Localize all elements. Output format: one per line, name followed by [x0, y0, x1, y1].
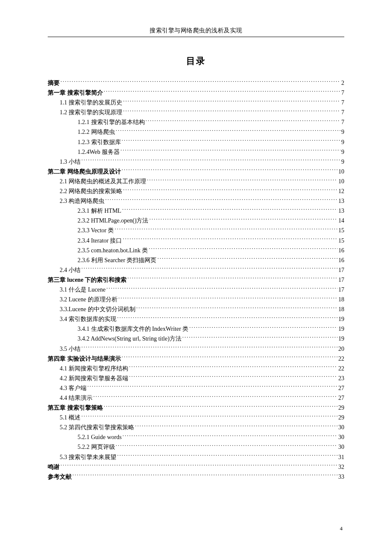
- toc-leader-dots: [127, 276, 337, 282]
- toc-entry-page: 17: [338, 275, 344, 285]
- toc-leader-dots: [105, 197, 337, 203]
- toc-leader-dots: [87, 384, 337, 390]
- toc-heading: 目录: [48, 55, 344, 67]
- toc-leader-dots: [81, 266, 337, 272]
- toc-entry: 5.2 第四代搜索引擎搜索策略30: [48, 422, 344, 432]
- toc-entry: 5.3 搜索引擎未来展望31: [48, 452, 344, 462]
- toc-entry-page: 17: [338, 265, 344, 275]
- toc-entry: 第四章 实验设计与结果演示22: [48, 354, 344, 364]
- toc-leader-dots: [93, 394, 337, 400]
- toc-leader-dots: [189, 325, 337, 331]
- toc-entry-label: 3.4 索引数据库的实现: [60, 314, 116, 324]
- page-number: 4: [340, 525, 343, 532]
- toc-entry: 参考文献33: [48, 472, 344, 482]
- toc-entry: 2.3.6 利用 Searcher 类扫描网页16: [48, 255, 344, 265]
- toc-leader-dots: [136, 305, 337, 311]
- toc-entry-label: 2.3.1 解析 HTML: [78, 206, 121, 216]
- toc-entry-label: 5.2.1 Guide words: [78, 432, 121, 442]
- toc-entry-label: 2.3.4 Iterator 接口: [78, 236, 122, 246]
- toc-entry-page: 7: [341, 98, 344, 107]
- toc-entry-label: 第二章 网络爬虫原理及设计: [48, 167, 121, 176]
- toc-entry-page: 16: [338, 255, 344, 265]
- toc-leader-dots: [115, 226, 337, 232]
- toc-leader-dots: [147, 177, 337, 183]
- toc-entry-label: 3.1 什么是 Lucene: [60, 285, 106, 295]
- toc-entry-page: 19: [338, 314, 344, 324]
- toc-entry-label: 3.2 Lucene 的原理分析: [60, 295, 118, 304]
- toc-entry-label: 1.2.2 网络爬虫: [78, 127, 115, 137]
- toc-leader-dots: [117, 315, 337, 321]
- toc-leader-dots: [107, 286, 337, 292]
- toc-entry-page: 7: [341, 88, 344, 98]
- toc-entry-label: 2.3.3 Vector 类: [78, 225, 114, 235]
- toc-entry-label: 2.4 小结: [60, 265, 81, 275]
- toc-entry-label: 3.3.Lucene 的中文切分词机制: [60, 304, 135, 314]
- running-header: 搜索引擎与网络爬虫的浅析及实现: [48, 27, 344, 37]
- toc-entry-label: 3.4.2 AddNews(String url, String title)方…: [78, 334, 182, 344]
- toc-entry-label: 4.2 新闻搜索引擎服务器端: [60, 373, 128, 383]
- toc-entry-page: 32: [338, 462, 344, 472]
- toc-entry-page: 27: [338, 393, 344, 403]
- toc-entry: 3.5 小结20: [48, 344, 344, 354]
- toc-entry-page: 31: [338, 452, 344, 462]
- toc-entry: 第五章 搜索引擎策略29: [48, 403, 344, 413]
- toc-entry-label: 参考文献: [48, 472, 72, 482]
- toc-entry-page: 19: [338, 324, 344, 334]
- document-page: 搜索引擎与网络爬虫的浅析及实现 目录 摘要2第一章 搜索引擎简介71.1 搜索引…: [0, 0, 392, 482]
- toc-entry-label: 1.2.1 搜索引擎的基本结构: [78, 117, 145, 127]
- toc-entry-page: 15: [338, 236, 344, 246]
- toc-entry-label: 第一章 搜索引擎简介: [48, 88, 103, 98]
- toc-entry: 4.1 新闻搜索引擎程序结构22: [48, 364, 344, 373]
- toc-leader-dots: [118, 295, 337, 301]
- toc-entry: 第一章 搜索引擎简介7: [48, 88, 344, 98]
- toc-entry-page: 30: [338, 432, 344, 442]
- toc-entry-page: 29: [338, 403, 344, 413]
- toc-entry: 3.4 索引数据库的实现19: [48, 314, 344, 324]
- toc-entry-label: 5.2.2 网页评级: [78, 442, 115, 452]
- toc-entry-label: 鸣谢: [48, 462, 60, 472]
- table-of-contents: 摘要2第一章 搜索引擎简介71.1 搜索引擎的发展历史71.2 搜索引擎的实现原…: [48, 78, 344, 482]
- toc-leader-dots: [104, 404, 338, 410]
- toc-entry: 1.2.3 索引数据库9: [48, 137, 344, 147]
- toc-entry: 第二章 网络爬虫原理及设计10: [48, 167, 344, 176]
- toc-entry-label: 1.2 搜索引擎的实现原理: [60, 107, 122, 117]
- toc-leader-dots: [81, 345, 337, 351]
- toc-entry: 3.4.1 生成索引数据库文件的 IndexWriter 类19: [48, 324, 344, 334]
- toc-entry: 第三章 lucene 下的索引和搜索17: [48, 275, 344, 285]
- toc-entry-page: 9: [341, 127, 344, 137]
- toc-entry-label: 1.2.4Web 服务器: [78, 147, 120, 157]
- toc-entry-page: 30: [338, 422, 344, 432]
- toc-entry: 鸣谢32: [48, 462, 344, 472]
- toc-leader-dots: [123, 108, 340, 114]
- toc-leader-dots: [123, 187, 337, 193]
- toc-leader-dots: [122, 355, 338, 361]
- toc-entry: 4.2 新闻搜索引擎服务器端23: [48, 373, 344, 383]
- toc-entry-label: 1.1 搜索引擎的发展历史: [60, 98, 122, 107]
- toc-entry-page: 30: [338, 442, 344, 452]
- toc-leader-dots: [146, 118, 341, 124]
- toc-entry-page: 15: [338, 225, 344, 235]
- toc-entry-page: 16: [338, 246, 344, 255]
- toc-entry: 2.4 小结17: [48, 265, 344, 275]
- toc-leader-dots: [129, 374, 337, 380]
- toc-leader-dots: [182, 335, 337, 341]
- toc-leader-dots: [116, 128, 341, 134]
- toc-leader-dots: [121, 148, 340, 154]
- toc-entry: 2.3.2 HTMLPage.open()方法14: [48, 216, 344, 225]
- toc-entry-label: 第三章 lucene 下的索引和搜索: [48, 275, 127, 285]
- toc-leader-dots: [122, 433, 337, 439]
- toc-entry: 1.2 搜索引擎的实现原理7: [48, 107, 344, 117]
- toc-entry: 4.4 结果演示27: [48, 393, 344, 403]
- toc-entry: 5.2.1 Guide words30: [48, 432, 344, 442]
- toc-entry-page: 18: [338, 295, 344, 304]
- toc-entry: 2.3.3 Vector 类15: [48, 225, 344, 235]
- toc-entry: 3.2 Lucene 的原理分析18: [48, 295, 344, 304]
- toc-entry: 摘要2: [48, 78, 344, 88]
- toc-entry: 1.1 搜索引擎的发展历史7: [48, 98, 344, 107]
- toc-entry: 5.1 概述29: [48, 413, 344, 422]
- toc-leader-dots: [81, 413, 337, 419]
- toc-entry-page: 20: [338, 344, 344, 354]
- toc-entry: 2.3 构造网络爬虫13: [48, 196, 344, 206]
- toc-entry-label: 1.3 小结: [60, 157, 81, 167]
- toc-entry-label: 5.2 第四代搜索引擎搜索策略: [60, 422, 134, 432]
